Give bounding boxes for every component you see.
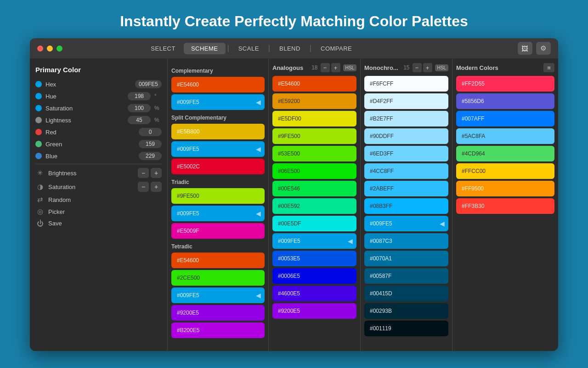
analogous-9fe500[interactable]: #9FE500: [272, 128, 356, 144]
blue-label: Blue: [45, 153, 135, 160]
mono-4cc8ff[interactable]: #4CC8FF: [364, 163, 448, 179]
mono-0087c3[interactable]: #0087C3: [364, 233, 448, 249]
mono-0070a1[interactable]: #0070A1: [364, 251, 448, 266]
hex-label: Hex: [45, 81, 131, 88]
mono-b2e7ff[interactable]: #B2E7FF: [364, 111, 448, 126]
modern-4cd964[interactable]: #4CD964: [456, 146, 554, 161]
swatch-e54600-tet[interactable]: #E54600: [171, 253, 265, 268]
minimize-button[interactable]: [47, 46, 53, 52]
mono-001119[interactable]: #001119: [364, 321, 448, 336]
hue-value[interactable]: 198: [128, 92, 151, 100]
analogous-009fe5[interactable]: #009FE5◀: [272, 233, 356, 249]
modern-colors-panel: Modern Colors ≡ #FF2D55 #5856D6 #007AFF …: [452, 58, 558, 351]
tab-compare[interactable]: COMPARE: [313, 43, 359, 54]
mono-6ed3ff[interactable]: #6ED3FF: [364, 146, 448, 161]
mono-hsl[interactable]: HSL: [435, 64, 448, 71]
random-row[interactable]: ⇄ Random: [35, 196, 162, 204]
mono-2abeff[interactable]: #2ABEFF: [364, 181, 448, 196]
close-button[interactable]: [37, 46, 43, 52]
analogous-e5df00[interactable]: #E5DF00: [272, 111, 356, 126]
tab-blend[interactable]: BLEND: [272, 43, 308, 54]
blue-value[interactable]: 229: [139, 152, 162, 160]
swatch-9fe500[interactable]: #9FE500: [171, 188, 265, 204]
tab-select[interactable]: SELECT: [143, 43, 183, 54]
analogous-hsl[interactable]: HSL: [343, 64, 356, 71]
mono-08b3ff[interactable]: #08B3FF: [364, 198, 448, 214]
sep2: |: [268, 44, 270, 52]
modern-ff2d55[interactable]: #FF2D55: [456, 76, 554, 92]
analogous-plus[interactable]: +: [331, 63, 340, 72]
modern-ff3b30[interactable]: #FF3B30: [456, 198, 554, 214]
analogous-00e5df[interactable]: #00E5DF: [272, 216, 356, 231]
brightness-plus[interactable]: +: [151, 168, 162, 178]
title-bar-actions: 🖼 ⚙: [518, 42, 551, 55]
green-value[interactable]: 159: [139, 140, 162, 148]
red-row: Red 0: [35, 128, 162, 136]
analogous-minus[interactable]: −: [321, 63, 330, 72]
analogous-4600e5[interactable]: #4600E5: [272, 286, 356, 301]
save-row[interactable]: ⏻ Save: [35, 219, 162, 227]
saturation-value[interactable]: 100: [128, 104, 151, 112]
mono-009fe5[interactable]: #009FE5◀: [364, 216, 448, 231]
tab-scheme[interactable]: SCHEME: [184, 43, 226, 54]
swatch-9200e5[interactable]: #9200E5: [171, 305, 265, 321]
analogous-06e500[interactable]: #06E500: [272, 163, 356, 179]
saturation-minus[interactable]: −: [138, 182, 149, 192]
hue-dot: [35, 93, 42, 99]
red-value[interactable]: 0: [139, 128, 162, 136]
swatch-e5002c[interactable]: #E5002C: [171, 159, 265, 174]
mono-00293b[interactable]: #00293B: [364, 303, 448, 319]
mono-minus[interactable]: −: [413, 63, 422, 72]
wallpaper-button[interactable]: 🖼: [518, 42, 532, 55]
swatch-e5009f[interactable]: #E5009F: [171, 223, 265, 239]
modern-5ac8fa[interactable]: #5AC8FA: [456, 128, 554, 144]
swatch-009fe5-split[interactable]: #009FE5◀: [171, 141, 265, 157]
mono-f6fcff[interactable]: #F6FCFF: [364, 76, 448, 92]
lightness-value[interactable]: 45: [128, 116, 151, 124]
analogous-00e592[interactable]: #00E592: [272, 198, 356, 214]
analogous-e59200[interactable]: #E59200: [272, 93, 356, 109]
sep3: |: [310, 44, 311, 52]
mono-plus[interactable]: +: [423, 63, 432, 72]
brightness-minus[interactable]: −: [138, 168, 149, 178]
tab-scale[interactable]: SCALE: [231, 43, 266, 54]
analogous-0006e5[interactable]: #0006E5: [272, 268, 356, 284]
analogous-53e500[interactable]: #53E500: [272, 146, 356, 161]
modern-title: Modern Colors: [456, 64, 543, 71]
saturation-btn-label: Saturation: [48, 184, 134, 190]
modern-menu-button[interactable]: ≡: [543, 63, 554, 72]
blue-row: Blue 229: [35, 152, 162, 160]
analogous-00e546[interactable]: #00E546: [272, 181, 356, 196]
mono-90ddff[interactable]: #90DDFF: [364, 128, 448, 144]
blue-dot: [35, 153, 42, 159]
hex-value[interactable]: 009FE5: [135, 80, 162, 88]
analogous-e54600[interactable]: #E54600: [272, 76, 356, 92]
mono-00415d[interactable]: #00415D: [364, 286, 448, 301]
swatch-009fe5-tri[interactable]: #009FE5◀: [171, 206, 265, 221]
modern-ffcc00[interactable]: #FFCC00: [456, 163, 554, 179]
title-bar: SELECT SCHEME | SCALE | BLEND | COMPARE …: [30, 38, 558, 58]
modern-007aff[interactable]: #007AFF: [456, 111, 554, 126]
swatch-2ce500[interactable]: #2CE500: [171, 270, 265, 286]
settings-button[interactable]: ⚙: [536, 42, 551, 55]
swatch-009fe5-comp[interactable]: #009FE5◀: [171, 94, 265, 110]
swatch-e54600-comp[interactable]: #E54600: [171, 77, 265, 92]
saturation-dot: [35, 105, 42, 111]
modern-5856d6[interactable]: #5856D6: [456, 93, 554, 109]
analogous-0053e5[interactable]: #0053E5: [272, 251, 356, 266]
hex-row: Hex 009FE5: [35, 80, 162, 88]
mono-00587f[interactable]: #00587F: [364, 268, 448, 284]
sidebar-title: Primary Color: [35, 66, 162, 74]
picker-row[interactable]: ◎ Picker: [35, 207, 162, 216]
lightness-label: Lightness: [45, 117, 124, 124]
swatch-009fe5-tet[interactable]: #009FE5◀: [171, 288, 265, 303]
modern-ff9500[interactable]: #FF9500: [456, 181, 554, 196]
random-label: Random: [48, 196, 162, 203]
maximize-button[interactable]: [57, 46, 62, 52]
mono-d4f2ff[interactable]: #D4F2FF: [364, 93, 448, 109]
analogous-9200e5[interactable]: #9200E5: [272, 303, 356, 319]
swatch-b200e5[interactable]: #B200E5: [171, 322, 265, 338]
mono-header: Monochro... 15 − + HSL: [364, 63, 448, 72]
swatch-e5b800[interactable]: #E5B800: [171, 124, 265, 139]
saturation-plus[interactable]: +: [151, 182, 162, 192]
